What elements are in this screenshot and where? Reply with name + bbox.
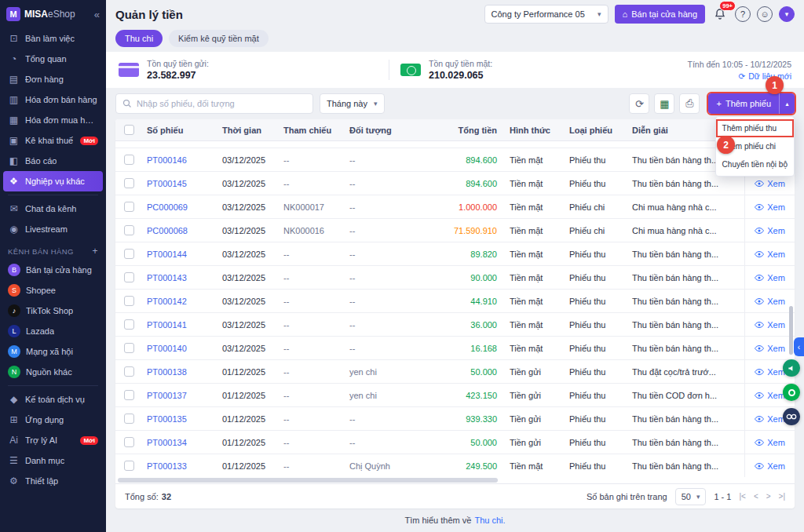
refresh-button[interactable]: ⟳ (629, 93, 649, 114)
sidebar-item[interactable]: ◧ Báo cáo (0, 151, 106, 171)
row-checkbox[interactable] (124, 319, 134, 330)
last-page-button[interactable]: >| (779, 492, 785, 501)
table-row: PT000133 01/12/2025 -- Chị Quỳnh 249.500… (115, 454, 795, 477)
company-selector[interactable]: Công ty Performance 05 ▾ (484, 5, 608, 24)
sidebar-item[interactable]: ◆ Kế toán dịch vụ (0, 389, 106, 410)
row-checkbox[interactable] (124, 202, 134, 212)
sidebar-channel-item[interactable]: L Lazada (0, 321, 106, 341)
store-icon: ⌂ (623, 9, 628, 19)
menu-item-them-phieu-thu[interactable]: Thêm phiếu thu (716, 119, 794, 137)
sidebar-item[interactable]: ✉ Chat đa kênh (0, 199, 106, 219)
add-voucher-caret-button[interactable]: ▴ (779, 93, 795, 114)
store-sale-button[interactable]: ⌂ Bán tại cửa hàng (615, 5, 705, 24)
row-checkbox[interactable] (124, 225, 134, 235)
eye-icon (755, 438, 764, 447)
view-link[interactable]: Xem (744, 242, 795, 265)
view-link[interactable]: Xem (744, 454, 795, 477)
next-page-button[interactable]: > (766, 492, 771, 501)
tab-thu-chi[interactable]: Thu chi (115, 30, 163, 47)
row-checkbox[interactable] (124, 343, 134, 353)
sidebar-item[interactable]: Ai Trợ lý AI Mới (0, 430, 106, 450)
account-menu-button[interactable]: ▾ (779, 6, 795, 22)
view-link[interactable]: Xem (744, 290, 795, 312)
sidebar-item[interactable]: ⊡ Bàn làm việc (0, 28, 106, 49)
sidebar-channel-item[interactable]: N Nguồn khác (0, 362, 106, 382)
sidebar-item[interactable]: ▦ Hóa đơn mua hàng (0, 110, 106, 130)
voucher-id-link[interactable]: PT000134 (142, 438, 217, 447)
collapse-panel-tab[interactable]: ‹ (794, 337, 804, 356)
sidebar-item[interactable]: ▣ Kê khai thuế Mới (0, 130, 106, 151)
method-cell: Tiền gửi (505, 391, 565, 400)
search-box[interactable] (115, 93, 313, 114)
assistant-button[interactable] (783, 408, 800, 425)
export-excel-button[interactable]: ▦ (654, 93, 674, 114)
view-link[interactable]: Xem (744, 266, 795, 289)
view-link[interactable]: Xem (744, 313, 795, 336)
voucher-id-link[interactable]: PT000142 (142, 297, 217, 306)
row-checkbox[interactable] (124, 437, 134, 447)
select-all-checkbox[interactable] (124, 125, 134, 135)
voucher-id-link[interactable]: PT000141 (142, 320, 217, 330)
sidebar-item[interactable]: ▤ Đơn hàng (0, 69, 106, 89)
sidebar-channel-item[interactable]: M Mạng xã hội (0, 341, 106, 362)
sidebar-channel-item[interactable]: B Bán tại cửa hàng (0, 260, 106, 280)
voucher-id-link[interactable]: PC000069 (142, 202, 217, 212)
method-cell: Tiền mặt (505, 461, 565, 471)
voucher-id-link[interactable]: PT000144 (142, 250, 217, 259)
sidebar-item[interactable]: ▥ Hóa đơn bán hàng (0, 89, 106, 110)
tiktok-shop-icon: ♪ (8, 304, 20, 317)
help-button[interactable]: ? (735, 6, 751, 22)
support-chat-button[interactable] (783, 384, 800, 401)
vertical-scrollbar[interactable] (789, 306, 793, 355)
party-cell: -- (345, 179, 426, 188)
search-input[interactable] (137, 99, 306, 108)
sidebar-collapse-button[interactable]: « (94, 9, 100, 20)
announcement-float-button[interactable] (783, 359, 800, 377)
sidebar-item[interactable]: ☰ Danh mục (0, 450, 106, 471)
voucher-id-link[interactable]: PC000068 (142, 226, 217, 235)
row-checkbox[interactable] (124, 296, 134, 306)
view-link[interactable]: Xem (744, 195, 795, 218)
row-checkbox[interactable] (124, 414, 134, 424)
add-voucher-split-button: + Thêm phiếu ▴ (708, 93, 795, 114)
learn-more-link[interactable]: Thu chi. (474, 516, 505, 525)
prev-page-button[interactable]: < (754, 492, 758, 501)
voucher-id-link[interactable]: PT000146 (142, 155, 217, 165)
row-checkbox[interactable] (124, 272, 134, 282)
period-filter[interactable]: Tháng này ▾ (320, 93, 385, 114)
voucher-id-link[interactable]: PT000143 (142, 273, 217, 282)
voucher-id-link[interactable]: PT000140 (142, 344, 217, 353)
add-channel-button[interactable]: + (93, 246, 98, 257)
voucher-id-link[interactable]: PT000145 (142, 179, 217, 188)
sidebar-channel-item[interactable]: ♪ TikTok Shop (0, 301, 106, 321)
add-voucher-button[interactable]: + Thêm phiếu (708, 93, 779, 114)
voucher-id-link[interactable]: PT000135 (142, 414, 217, 424)
sidebar-item[interactable]: ⊞ Ứng dụng (0, 410, 106, 430)
sidebar-item[interactable]: ◉ Livestream (0, 219, 106, 239)
row-checkbox[interactable] (124, 366, 134, 377)
sidebar-item[interactable]: ⚙ Thiết lập (0, 471, 106, 491)
sidebar-channel-item[interactable]: S Shopee (0, 280, 106, 301)
tab-kiem-ke-quy-tien-mat[interactable]: Kiểm kê quỹ tiền mặt (169, 30, 269, 47)
feedback-button[interactable]: ☺ (757, 6, 773, 22)
row-checkbox[interactable] (124, 178, 134, 188)
voucher-id-link[interactable]: PT000137 (142, 391, 217, 400)
catalog-icon: ☰ (8, 455, 20, 466)
print-button[interactable]: ⎙ (679, 93, 700, 114)
row-checkbox[interactable] (124, 390, 134, 400)
view-link[interactable]: Xem (744, 337, 795, 359)
voucher-id-link[interactable]: PT000138 (142, 367, 217, 377)
menu-item-chuyen-tien-noi-bo[interactable]: Chuyển tiền nội bộ (716, 155, 794, 173)
voucher-id-link[interactable]: PT000133 (142, 461, 217, 471)
view-link[interactable]: Xem (744, 219, 795, 242)
sidebar-item[interactable]: ❖ Nghiệp vụ khác (3, 171, 103, 191)
row-checkbox[interactable] (124, 155, 134, 165)
row-checkbox[interactable] (124, 249, 134, 259)
notifications-button[interactable]: 99+ (711, 6, 729, 22)
row-checkbox[interactable] (124, 461, 134, 471)
horizontal-scrollbar[interactable] (118, 478, 498, 483)
first-page-button[interactable]: |< (739, 492, 745, 501)
sidebar-item[interactable]: ◔ Tổng quan (0, 49, 106, 69)
per-page-select[interactable]: 50 ▾ (675, 488, 707, 505)
view-link[interactable]: Xem (744, 431, 795, 454)
